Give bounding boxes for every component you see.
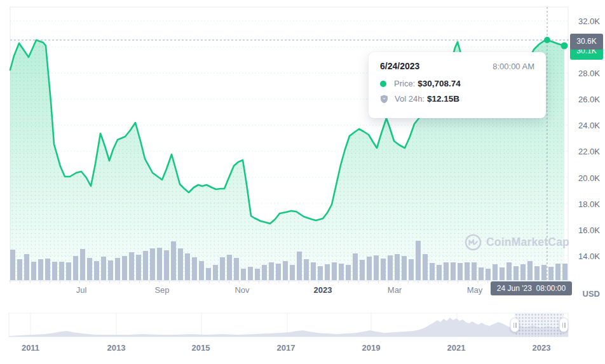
tooltip-price-label: Price: — [394, 79, 415, 88]
price-chart-page: 32.0K28.0K26.0K24.0K22.0K20.0K18.0K16.0K… — [0, 0, 605, 364]
navigator-year-label: 2021 — [447, 343, 466, 353]
y-axis-label: 18.0K — [571, 199, 600, 209]
y-axis-label: 22.0K — [571, 147, 600, 156]
navigator-left-handle[interactable] — [510, 318, 519, 332]
x-axis-label: Nov — [235, 285, 249, 295]
navigator-year-label: 2013 — [107, 343, 126, 353]
navigator-right-handle[interactable] — [559, 318, 568, 332]
y-axis-label: 28.0K — [571, 69, 600, 78]
y-axis-label: 16.0K — [571, 226, 600, 235]
x-axis-label: Jul — [76, 285, 87, 295]
tooltip-time: 8:00:00 AM — [493, 62, 534, 71]
tooltip-price-value: $30,708.74 — [418, 79, 461, 88]
navigator-year-label: 2015 — [192, 343, 210, 353]
tooltip-volume-label: Vol 24h: — [395, 94, 425, 104]
chart-tooltip: 6/24/2023 8:00:00 AM Price: $30,708.74 V… — [369, 52, 546, 118]
navigator-year-label: 2011 — [22, 343, 39, 353]
tooltip-volume-row: Vol 24h: $12.15B — [380, 94, 534, 104]
navigator-year-label: 2023 — [533, 343, 551, 353]
watermark: CoinMarketCap — [465, 234, 569, 251]
y-axis-label: 32.0K — [571, 17, 600, 26]
hover-point-marker — [544, 37, 550, 43]
y-axis-label: 20.0K — [571, 173, 600, 183]
x-axis-label: May — [467, 285, 483, 295]
tooltip-volume-value: $12.15B — [427, 94, 459, 104]
navigator-year-label: 2017 — [277, 343, 296, 353]
y-axis-unit: USD — [571, 289, 600, 299]
x-axis-label: 2023 — [314, 285, 332, 295]
y-axis-label: 26.0K — [571, 95, 600, 104]
tooltip-price-row: Price: $30,708.74 — [380, 79, 534, 88]
hover-time-badge: 24 Jun '23 08:00:00 — [491, 281, 572, 295]
y-axis-label: 24.0K — [571, 121, 600, 130]
navigator-year-label: 2019 — [362, 343, 381, 353]
latest-point-marker — [561, 43, 568, 50]
hover-price-badge: 30.6K — [570, 34, 603, 50]
navigator-selected-range[interactable] — [515, 313, 564, 337]
coinmarketcap-logo-icon — [465, 234, 482, 251]
watermark-text: CoinMarketCap — [486, 236, 569, 249]
tooltip-date: 6/24/2023 — [380, 61, 419, 71]
volume-shield-icon — [380, 95, 388, 104]
price-series-dot-icon — [380, 81, 386, 87]
y-axis-label: 14.0K — [571, 252, 600, 261]
x-axis-label: Sep — [154, 285, 169, 295]
x-axis-label: Mar — [388, 285, 402, 295]
